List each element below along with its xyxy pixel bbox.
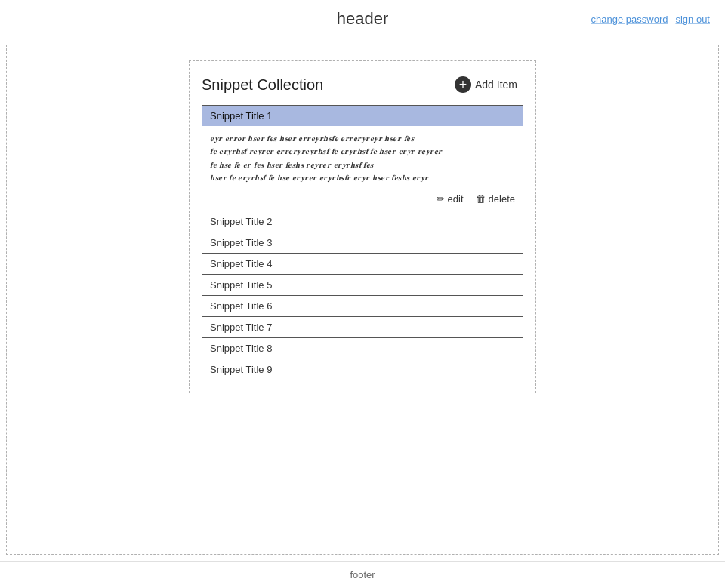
- panel-title: Snippet Collection: [202, 76, 323, 94]
- snippet-item-9[interactable]: Snippet Title 9: [202, 359, 523, 380]
- snippet-title-8: Snippet Title 8: [202, 338, 523, 359]
- snippet-title-2: Snippet Title 2: [202, 211, 523, 232]
- snippet-title-9: Snippet Title 9: [202, 359, 523, 380]
- snippet-text-1: 𝐞𝐲𝐫 𝐞𝐫𝐫𝐨𝐫 𝐡𝐬𝐞𝐫 𝐟𝐞𝐬 𝐡𝐬𝐞𝐫 𝐞𝐫𝐫𝐞𝐲𝐫𝐡𝐬𝐟𝐞 𝐞𝐫𝐫𝐞𝐫…: [210, 132, 515, 184]
- snippet-item-7[interactable]: Snippet Title 7: [202, 317, 523, 338]
- snippet-title-7: Snippet Title 7: [202, 317, 523, 337]
- plus-icon: +: [455, 76, 471, 93]
- footer: footer: [0, 561, 725, 588]
- edit-icon: ✏: [437, 193, 445, 205]
- add-item-button[interactable]: + Add Item: [449, 73, 523, 96]
- snippet-title-5: Snippet Title 5: [202, 275, 523, 295]
- snippet-title-4: Snippet Title 4: [202, 254, 523, 274]
- main-area: Snippet Collection + Add Item Snippet Ti…: [6, 45, 719, 555]
- trash-icon: 🗑: [476, 193, 486, 205]
- content-panel: Snippet Collection + Add Item Snippet Ti…: [189, 60, 536, 393]
- snippet-item-6[interactable]: Snippet Title 6: [202, 296, 523, 317]
- footer-text: footer: [350, 569, 375, 580]
- snippet-item-8[interactable]: Snippet Title 8: [202, 338, 523, 359]
- snippet-item-2[interactable]: Snippet Title 2: [202, 211, 523, 232]
- panel-header: Snippet Collection + Add Item: [202, 73, 523, 96]
- snippet-item-3[interactable]: Snippet Title 3: [202, 232, 523, 254]
- delete-button-1[interactable]: 🗑 delete: [476, 193, 515, 205]
- header-links: change password sign out: [591, 14, 710, 25]
- snippet-actions-1: ✏ edit 🗑 delete: [202, 190, 523, 211]
- snippet-title-6: Snippet Title 6: [202, 296, 523, 316]
- app-title: header: [337, 9, 389, 29]
- edit-button-1[interactable]: ✏ edit: [437, 193, 464, 205]
- top-header: header change password sign out: [0, 0, 725, 38]
- add-item-label: Add Item: [475, 79, 517, 91]
- snippet-title-3: Snippet Title 3: [202, 232, 523, 253]
- snippet-body-1: 𝐞𝐲𝐫 𝐞𝐫𝐫𝐨𝐫 𝐡𝐬𝐞𝐫 𝐟𝐞𝐬 𝐡𝐬𝐞𝐫 𝐞𝐫𝐫𝐞𝐲𝐫𝐡𝐬𝐟𝐞 𝐞𝐫𝐫𝐞𝐫…: [202, 126, 523, 190]
- snippet-item-5[interactable]: Snippet Title 5: [202, 275, 523, 296]
- snippet-title-1: Snippet Title 1: [202, 106, 523, 126]
- snippet-list: Snippet Title 1 𝐞𝐲𝐫 𝐞𝐫𝐫𝐨𝐫 𝐡𝐬𝐞𝐫 𝐟𝐞𝐬 𝐡𝐬𝐞𝐫 …: [202, 105, 523, 380]
- sign-out-link[interactable]: sign out: [675, 14, 710, 25]
- snippet-item-1[interactable]: Snippet Title 1 𝐞𝐲𝐫 𝐞𝐫𝐫𝐨𝐫 𝐡𝐬𝐞𝐫 𝐟𝐞𝐬 𝐡𝐬𝐞𝐫 …: [202, 106, 523, 211]
- snippet-item-4[interactable]: Snippet Title 4: [202, 254, 523, 275]
- change-password-link[interactable]: change password: [591, 14, 668, 25]
